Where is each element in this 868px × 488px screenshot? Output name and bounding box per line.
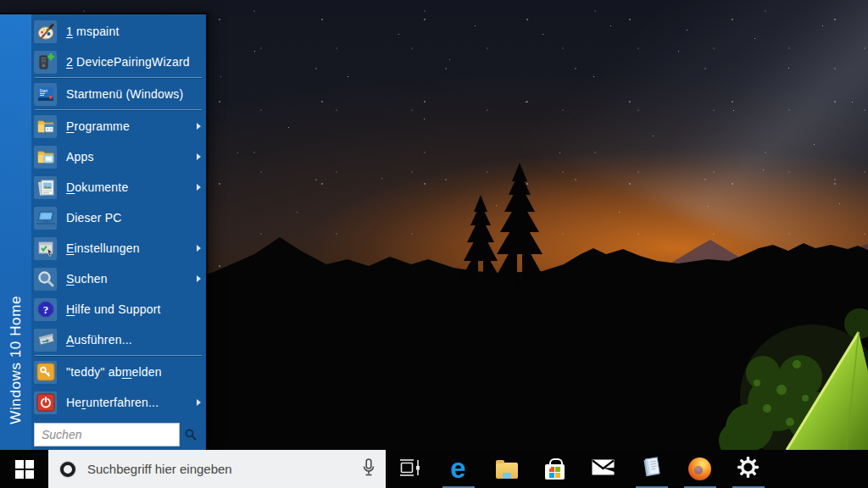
task-view-icon — [398, 457, 422, 482]
start-button[interactable] — [0, 450, 48, 488]
menu-item-apps[interactable]: Apps — [31, 141, 206, 172]
menu-item-this-pc[interactable]: Dieser PC — [31, 202, 206, 233]
start-menu: Windows 10 Home 1 mspaint 2 DevicePairin… — [0, 13, 209, 450]
menu-item-shutdown[interactable]: Herunterfahren... — [31, 387, 206, 418]
menu-item-logoff[interactable]: "teddy" abmelden — [31, 357, 206, 387]
taskbar-app-mail[interactable] — [579, 450, 627, 488]
menu-item-label: Suchen — [66, 272, 108, 286]
mail-icon — [592, 459, 615, 479]
help-icon: ? — [34, 298, 57, 321]
taskbar-app-edge[interactable]: e — [434, 450, 482, 488]
submenu-arrow-icon — [197, 399, 201, 406]
menu-separator — [35, 77, 202, 78]
computer-icon — [34, 207, 57, 230]
taskbar: e — [0, 450, 868, 488]
taskbar-app-notepad[interactable] — [627, 450, 676, 488]
menu-search-input[interactable] — [34, 423, 180, 446]
menu-item-run[interactable]: Ausführen... — [31, 324, 206, 355]
notepad-icon — [641, 457, 663, 482]
task-view-button[interactable] — [386, 450, 434, 488]
start-menu-items: 1 mspaint 2 DevicePairingWizard Start St… — [31, 14, 206, 450]
apps-folder-icon — [34, 146, 57, 169]
menu-item-label: Startmenü (Windows) — [66, 87, 183, 101]
firefox-icon — [688, 458, 711, 480]
gear-icon — [737, 456, 760, 482]
submenu-arrow-icon — [197, 184, 201, 191]
menu-item-label: Einstellungen — [66, 241, 140, 255]
microphone-icon[interactable] — [362, 458, 376, 481]
submenu-arrow-icon — [197, 275, 201, 282]
taskbar-app-settings[interactable] — [724, 450, 772, 488]
submenu-arrow-icon — [197, 153, 201, 160]
menu-item-label: Herunterfahren... — [66, 396, 159, 409]
store-icon — [545, 464, 565, 480]
submenu-arrow-icon — [197, 123, 201, 130]
folder-icon — [496, 463, 518, 479]
taskbar-search-box[interactable] — [48, 450, 386, 488]
taskbar-app-firefox[interactable] — [676, 450, 724, 488]
search-magnifier-icon[interactable] — [184, 428, 198, 441]
taskbar-search-input[interactable] — [87, 462, 362, 476]
taskbar-app-file-explorer[interactable] — [482, 450, 531, 488]
shutdown-icon — [34, 391, 57, 414]
cortana-ring-icon — [60, 462, 75, 477]
taskbar-app-store[interactable] — [531, 450, 579, 488]
windows-edition-label: Windows 10 Home — [8, 296, 25, 424]
magnifier-icon — [34, 268, 57, 291]
svg-text:?: ? — [42, 303, 48, 316]
menu-item-mspaint[interactable]: 1 mspaint — [31, 16, 206, 47]
documents-icon — [34, 176, 57, 199]
svg-text:Start: Start — [39, 89, 47, 93]
programs-folder-icon — [34, 115, 57, 138]
menu-item-label: Dieser PC — [66, 211, 122, 225]
windows-start-tile-icon: Start — [34, 83, 57, 106]
paint-icon — [34, 20, 57, 43]
menu-item-help[interactable]: ? Hilfe und Support — [31, 294, 206, 324]
menu-item-label: 1 mspaint — [66, 25, 120, 38]
menu-item-startmenu-windows[interactable]: Start Startmenü (Windows) — [31, 79, 206, 109]
menu-item-settings[interactable]: Einstellungen — [31, 233, 206, 263]
windows-logo-icon — [15, 460, 34, 479]
menu-item-search[interactable]: Suchen — [31, 263, 206, 294]
edge-icon: e — [450, 454, 465, 482]
menu-separator — [35, 355, 202, 356]
menu-item-label: "teddy" abmelden — [66, 365, 162, 379]
start-menu-sidebar: Windows 10 Home — [0, 14, 31, 450]
run-icon — [34, 329, 57, 352]
menu-item-documents[interactable]: Dokumente — [31, 172, 206, 202]
menu-separator — [35, 109, 202, 110]
menu-item-label: 2 DevicePairingWizard — [66, 55, 190, 69]
control-panel-icon — [34, 237, 57, 260]
menu-item-label: Dokumente — [66, 180, 128, 194]
menu-item-label: Programme — [66, 119, 130, 133]
logoff-key-icon — [34, 361, 57, 384]
menu-item-label: Ausführen... — [66, 333, 132, 347]
menu-item-device-pairing[interactable]: 2 DevicePairingWizard — [31, 47, 206, 77]
device-pairing-icon — [34, 51, 57, 74]
menu-item-label: Apps — [66, 150, 94, 164]
menu-item-programs[interactable]: Programme — [31, 111, 206, 141]
menu-item-label: Hilfe und Support — [66, 302, 161, 316]
menu-search-row — [31, 423, 206, 446]
submenu-arrow-icon — [197, 245, 201, 252]
